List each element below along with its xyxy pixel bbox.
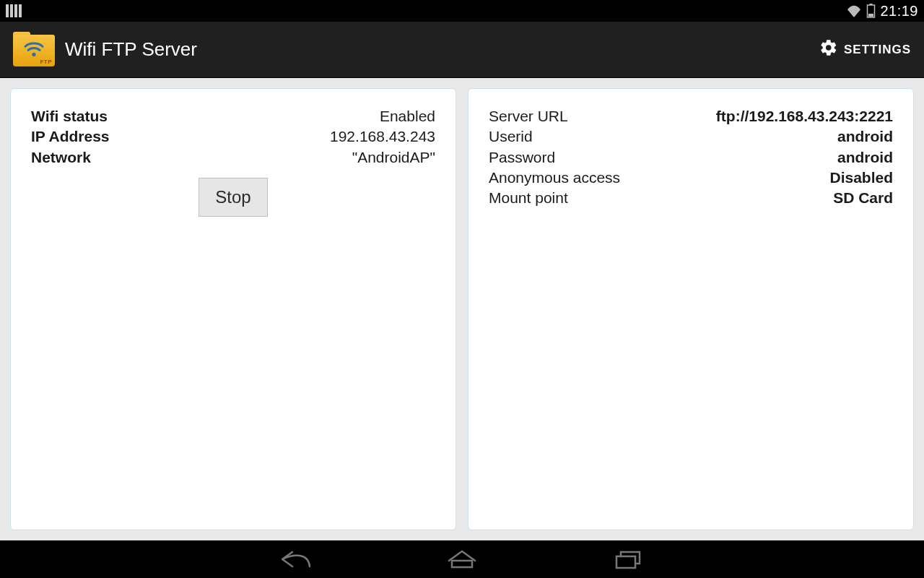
anonymous-access-value: Disabled xyxy=(829,168,893,188)
recent-apps-button[interactable] xyxy=(606,545,650,574)
server-info-card: Server URL ftp://192.168.43.243:2221 Use… xyxy=(468,88,914,530)
userid-label: Userid xyxy=(489,126,533,147)
status-clock: 21:19 xyxy=(880,3,918,20)
server-url-row: Server URL ftp://192.168.43.243:2221 xyxy=(489,106,893,126)
app-title: Wifi FTP Server xyxy=(65,38,197,61)
back-button[interactable] xyxy=(274,545,318,574)
status-bar-left xyxy=(6,0,22,22)
mount-point-row: Mount point SD Card xyxy=(489,188,893,208)
app-action-bar: FTP Wifi FTP Server SETTINGS xyxy=(0,22,924,78)
svg-rect-6 xyxy=(616,556,635,568)
stop-button[interactable]: Stop xyxy=(199,178,267,217)
mount-point-label: Mount point xyxy=(489,188,568,208)
ip-address-value: 192.168.43.243 xyxy=(330,126,435,147)
settings-button[interactable]: SETTINGS xyxy=(819,38,911,61)
settings-label: SETTINGS xyxy=(844,43,911,57)
network-value: "AndroidAP" xyxy=(352,147,435,168)
action-bar-left: FTP Wifi FTP Server xyxy=(13,33,197,66)
battery-icon xyxy=(866,4,876,18)
app-icon: FTP xyxy=(13,33,55,66)
password-value: android xyxy=(837,147,893,168)
ip-address-row: IP Address 192.168.43.243 xyxy=(31,126,435,147)
password-row: Password android xyxy=(489,147,893,168)
userid-row: Userid android xyxy=(489,126,893,147)
navigation-bar xyxy=(0,540,924,578)
menu-indicator-icon xyxy=(6,4,22,17)
wifi-status-label: Wifi status xyxy=(31,106,108,126)
wifi-status-value: Enabled xyxy=(380,106,435,126)
anonymous-access-row: Anonymous access Disabled xyxy=(489,168,893,188)
wifi-status-row: Wifi status Enabled xyxy=(31,106,435,126)
server-url-value: ftp://192.168.43.243:2221 xyxy=(716,106,893,126)
home-button[interactable] xyxy=(440,545,484,574)
folder-ftp-label: FTP xyxy=(40,59,52,65)
gear-icon xyxy=(819,38,838,61)
network-label: Network xyxy=(31,147,91,168)
svg-rect-2 xyxy=(868,14,873,17)
main-content: Wifi status Enabled IP Address 192.168.4… xyxy=(0,78,924,540)
userid-value: android xyxy=(837,126,893,147)
wifi-icon xyxy=(846,4,862,17)
ip-address-label: IP Address xyxy=(31,126,110,147)
status-bar-right: 21:19 xyxy=(846,3,918,20)
svg-point-3 xyxy=(32,52,35,56)
wifi-status-card: Wifi status Enabled IP Address 192.168.4… xyxy=(10,88,456,530)
server-url-label: Server URL xyxy=(489,106,568,126)
svg-rect-4 xyxy=(452,561,472,567)
anonymous-access-label: Anonymous access xyxy=(489,168,620,188)
system-status-bar: 21:19 xyxy=(0,0,924,22)
password-label: Password xyxy=(489,147,555,168)
mount-point-value: SD Card xyxy=(833,188,893,208)
network-row: Network "AndroidAP" xyxy=(31,147,435,168)
